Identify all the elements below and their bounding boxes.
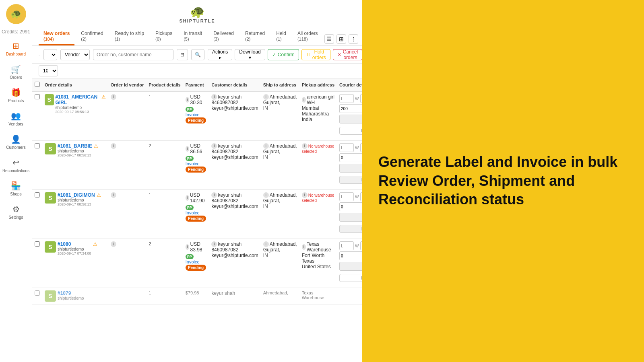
row4-weight[interactable] bbox=[339, 251, 362, 260]
row3-info-icon[interactable]: i bbox=[111, 192, 116, 198]
row2-cust-info[interactable]: i bbox=[211, 143, 217, 149]
row1-payment-info[interactable]: i bbox=[186, 97, 190, 103]
actions-btn[interactable]: Actions ▸ bbox=[208, 49, 232, 60]
row3-order-num[interactable]: #1081_DIGIMON bbox=[58, 192, 95, 198]
sidebar-item-settings[interactable]: ⚙ Settings bbox=[2, 201, 31, 223]
row4-payment-status: Pending bbox=[186, 265, 206, 271]
filter-btn[interactable]: ⊟ bbox=[177, 49, 188, 60]
row5-store: shipturtledemo bbox=[58, 296, 84, 300]
row4-ship-info[interactable]: i bbox=[263, 241, 269, 247]
row2-ship-info[interactable]: i bbox=[263, 143, 269, 149]
row1-pickup-info[interactable]: i bbox=[302, 97, 306, 103]
row2-checkbox[interactable] bbox=[35, 143, 40, 148]
row2-invoice[interactable]: Invoice bbox=[186, 161, 200, 166]
row2-payment-info[interactable]: i bbox=[186, 146, 190, 152]
per-page-select[interactable]: 10 bbox=[39, 65, 58, 76]
sidebar-item-products[interactable]: 🎁 Products bbox=[2, 84, 31, 106]
row3-courier-select[interactable] bbox=[339, 213, 362, 222]
row4-pickup-info[interactable]: i bbox=[302, 244, 306, 250]
row1-invoice[interactable]: Invoice bbox=[186, 112, 200, 117]
row3-payment-info[interactable]: i bbox=[186, 195, 189, 201]
row1-ship-to: i Ahmedabad, Gujarat, IN bbox=[261, 91, 299, 141]
tab-held[interactable]: Held(1) bbox=[271, 28, 291, 45]
row5-checkbox[interactable] bbox=[35, 290, 40, 296]
sort-select[interactable] bbox=[43, 49, 57, 60]
row5-order-num[interactable]: #1079 bbox=[58, 290, 84, 296]
row4-dim-l[interactable] bbox=[339, 241, 354, 250]
sidebar-item-reconciliations[interactable]: ↩ Reconciliations bbox=[2, 154, 31, 176]
row1-weight[interactable] bbox=[339, 104, 362, 113]
sidebar-item-dashboard[interactable]: ⊞ Dashboard bbox=[2, 38, 31, 60]
search-btn[interactable]: 🔍 bbox=[191, 49, 204, 60]
row4-checkbox[interactable] bbox=[35, 241, 40, 247]
row1-courier-select[interactable] bbox=[339, 115, 362, 123]
vendor-select[interactable]: Vendor bbox=[60, 49, 90, 60]
tab-ready-to-ship[interactable]: Ready to ship(1) bbox=[110, 28, 149, 45]
row4-cust-info[interactable]: i bbox=[211, 241, 217, 247]
download-btn[interactable]: Download ▾ bbox=[235, 49, 265, 60]
confirm-btn[interactable]: ✓ Confirm bbox=[268, 49, 299, 60]
row2-weight[interactable] bbox=[339, 153, 362, 162]
row4-invoice[interactable]: Invoice bbox=[186, 259, 200, 264]
cancel-orders-btn[interactable]: ✕ Cancel orders bbox=[333, 49, 362, 60]
sidebar-item-orders[interactable]: 🛒 Orders bbox=[2, 61, 31, 83]
row2-info-icon[interactable]: i bbox=[111, 143, 116, 149]
row4-payment-info[interactable]: i bbox=[186, 244, 190, 250]
sidebar-item-customers[interactable]: 👤 Customers bbox=[2, 131, 31, 153]
tab-new-orders[interactable]: New orders(104) bbox=[39, 28, 74, 45]
row1-fetch-rates-btn[interactable]: Fetch Rates bbox=[339, 127, 362, 135]
tab-delivered[interactable]: Delivered(3) bbox=[208, 28, 239, 45]
tab-all-orders[interactable]: All orders(118) bbox=[293, 28, 323, 45]
row1-order-num[interactable]: #1081_AMERICAN GIRL bbox=[56, 94, 100, 105]
row4-courier: W H cm gm i ↻ bbox=[337, 239, 362, 288]
dashboard-icon: ⊞ bbox=[12, 41, 19, 51]
table-row: S #1079 shipturtledemo 1 $79.98 keyur sh… bbox=[32, 288, 362, 304]
row1-info-icon[interactable]: i bbox=[111, 94, 116, 100]
tab-pickups[interactable]: Pickups(0) bbox=[151, 28, 177, 45]
row2-courier-select[interactable] bbox=[339, 164, 362, 173]
tab-returned[interactable]: Returned(2) bbox=[240, 28, 270, 45]
grid-view-btn[interactable]: ⊞ bbox=[336, 34, 346, 44]
row3-dim-l[interactable] bbox=[339, 192, 354, 201]
row3-fetch-rates-btn[interactable]: Fetch Rates bbox=[339, 225, 362, 233]
row1-ship-info[interactable]: i bbox=[263, 94, 269, 100]
sidebar-label-orders: Orders bbox=[10, 75, 22, 80]
row3-pickup-info[interactable]: i bbox=[302, 192, 308, 198]
row4-fetch-rates-btn[interactable]: Fetch Rates bbox=[339, 274, 362, 282]
row1-dim-l[interactable] bbox=[339, 94, 354, 103]
row4-courier-select[interactable] bbox=[339, 262, 362, 271]
row3-order-details: S #1081_DIGIMON shipturtledemo 2020-09-1… bbox=[42, 190, 108, 239]
row2-order-num[interactable]: #1081_BARBIE bbox=[58, 143, 92, 149]
view-toggle-btn[interactable]: ☰ bbox=[324, 34, 334, 44]
row3-checkbox[interactable] bbox=[35, 192, 40, 197]
sidebar-label-reconciliations: Reconciliations bbox=[2, 169, 29, 173]
credits-display: Credits: 2991 bbox=[2, 29, 30, 35]
row1-checkbox[interactable] bbox=[35, 94, 40, 99]
row4-info-icon[interactable]: i bbox=[111, 241, 116, 247]
sidebar-label-vendors: Vendors bbox=[8, 122, 23, 126]
row3-invoice[interactable]: Invoice bbox=[186, 210, 200, 215]
row2-dim-l[interactable] bbox=[339, 143, 354, 152]
sidebar-label-settings: Settings bbox=[8, 215, 23, 220]
header: 🐢 SHIPTURTLE bbox=[32, 0, 362, 28]
sidebar-item-vendors[interactable]: 👥 Vendors bbox=[2, 108, 31, 130]
row4-order-num[interactable]: #1080 bbox=[58, 241, 91, 247]
row3-ship-info[interactable]: i bbox=[263, 192, 269, 198]
row3-cust-info[interactable]: i bbox=[211, 192, 217, 198]
row1-cust-info[interactable]: i bbox=[211, 94, 217, 100]
row3-product-qty: 1 bbox=[146, 190, 183, 239]
sidebar-item-shops[interactable]: 🏪 Shops bbox=[2, 178, 31, 200]
row2-fetch-rates-btn[interactable]: Fetch Rates bbox=[339, 176, 362, 184]
search-input[interactable] bbox=[93, 49, 173, 60]
tab-confirmed[interactable]: Confirmed(2) bbox=[76, 28, 108, 45]
row2-pp-badge: PP bbox=[186, 156, 194, 161]
row3-shopify-icon: S bbox=[45, 192, 56, 204]
row3-courier: W H cm gm i ↻ bbox=[337, 190, 362, 239]
row2-pickup-info[interactable]: i bbox=[302, 143, 308, 149]
column-settings-btn[interactable]: ⋮ bbox=[349, 34, 358, 44]
tab-in-transit[interactable]: In transit(5) bbox=[179, 28, 207, 45]
row3-store: shipturtledemo bbox=[58, 198, 95, 202]
row3-weight[interactable] bbox=[339, 202, 362, 211]
select-all-checkbox[interactable] bbox=[35, 82, 40, 87]
hold-orders-btn[interactable]: ⏸ Hold orders bbox=[301, 49, 330, 60]
